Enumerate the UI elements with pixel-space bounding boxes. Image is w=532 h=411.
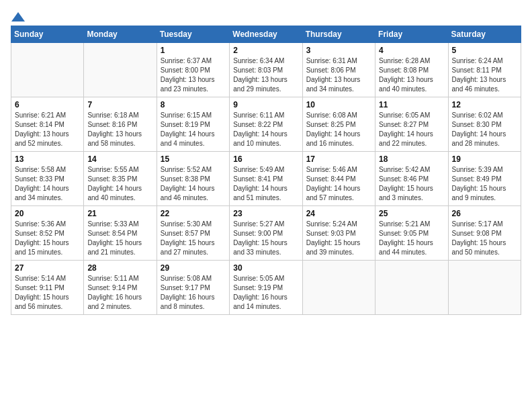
- calendar-cell: 5Sunrise: 6:24 AM Sunset: 8:11 PM Daylig…: [448, 43, 521, 97]
- weekday-header-wednesday: Wednesday: [230, 26, 302, 43]
- day-info: Sunrise: 6:11 AM Sunset: 8:22 PM Dayligh…: [233, 111, 298, 148]
- logo-icon: [11, 11, 25, 23]
- day-number: 23: [233, 209, 298, 218]
- day-number: 14: [87, 154, 152, 164]
- calendar-cell: [375, 261, 448, 315]
- day-info: Sunrise: 5:55 AM Sunset: 8:35 PM Dayligh…: [87, 165, 152, 203]
- day-info: Sunrise: 5:14 AM Sunset: 9:11 PM Dayligh…: [15, 274, 80, 312]
- week-row-4: 20Sunrise: 5:36 AM Sunset: 8:52 PM Dayli…: [11, 206, 521, 261]
- day-number: 24: [306, 209, 371, 218]
- day-info: Sunrise: 6:24 AM Sunset: 8:11 PM Dayligh…: [452, 56, 517, 94]
- day-number: 28: [87, 263, 152, 273]
- calendar-cell: 3Sunrise: 6:31 AM Sunset: 8:06 PM Daylig…: [302, 43, 375, 97]
- calendar-cell: 7Sunrise: 6:18 AM Sunset: 8:16 PM Daylig…: [84, 97, 157, 152]
- day-number: 12: [452, 100, 517, 109]
- calendar-cell: 11Sunrise: 6:05 AM Sunset: 8:27 PM Dayli…: [375, 97, 448, 152]
- day-info: Sunrise: 6:02 AM Sunset: 8:30 PM Dayligh…: [452, 111, 517, 148]
- day-number: 2: [233, 46, 298, 55]
- day-number: 7: [87, 100, 152, 109]
- day-number: 8: [161, 100, 226, 109]
- weekday-header-saturday: Saturday: [448, 26, 521, 43]
- day-info: Sunrise: 5:05 AM Sunset: 9:19 PM Dayligh…: [233, 274, 298, 312]
- calendar-cell: [302, 261, 375, 315]
- day-info: Sunrise: 5:36 AM Sunset: 8:52 PM Dayligh…: [15, 220, 80, 257]
- calendar-cell: 2Sunrise: 6:34 AM Sunset: 8:03 PM Daylig…: [230, 43, 302, 97]
- week-row-1: 1Sunrise: 6:37 AM Sunset: 8:00 PM Daylig…: [11, 43, 521, 97]
- calendar-cell: 24Sunrise: 5:24 AM Sunset: 9:03 PM Dayli…: [302, 206, 375, 261]
- day-number: 20: [15, 209, 80, 218]
- calendar-cell: 1Sunrise: 6:37 AM Sunset: 8:00 PM Daylig…: [157, 43, 229, 97]
- calendar-cell: 13Sunrise: 5:58 AM Sunset: 8:33 PM Dayli…: [11, 152, 84, 206]
- day-number: 1: [161, 46, 226, 55]
- day-info: Sunrise: 5:33 AM Sunset: 8:54 PM Dayligh…: [87, 220, 152, 257]
- weekday-header-sunday: Sunday: [11, 26, 84, 43]
- weekday-header-tuesday: Tuesday: [157, 26, 229, 43]
- logo: [11, 11, 25, 20]
- calendar-cell: 21Sunrise: 5:33 AM Sunset: 8:54 PM Dayli…: [84, 206, 157, 261]
- day-number: 17: [306, 154, 371, 164]
- day-info: Sunrise: 5:46 AM Sunset: 8:44 PM Dayligh…: [306, 165, 371, 203]
- calendar: SundayMondayTuesdayWednesdayThursdayFrid…: [11, 26, 521, 315]
- day-info: Sunrise: 5:21 AM Sunset: 9:05 PM Dayligh…: [379, 220, 444, 257]
- calendar-cell: 23Sunrise: 5:27 AM Sunset: 9:00 PM Dayli…: [230, 206, 302, 261]
- calendar-cell: 30Sunrise: 5:05 AM Sunset: 9:19 PM Dayli…: [230, 261, 302, 315]
- day-info: Sunrise: 5:11 AM Sunset: 9:14 PM Dayligh…: [87, 274, 152, 312]
- svg-marker-0: [11, 12, 25, 21]
- day-number: 21: [87, 209, 152, 218]
- day-number: 6: [15, 100, 80, 109]
- calendar-cell: 6Sunrise: 6:21 AM Sunset: 8:14 PM Daylig…: [11, 97, 84, 152]
- weekday-header-thursday: Thursday: [302, 26, 375, 43]
- calendar-cell: 28Sunrise: 5:11 AM Sunset: 9:14 PM Dayli…: [84, 261, 157, 315]
- day-number: 9: [233, 100, 298, 109]
- calendar-cell: 20Sunrise: 5:36 AM Sunset: 8:52 PM Dayli…: [11, 206, 84, 261]
- day-info: Sunrise: 5:52 AM Sunset: 8:38 PM Dayligh…: [161, 165, 226, 203]
- calendar-cell: 8Sunrise: 6:15 AM Sunset: 8:19 PM Daylig…: [157, 97, 229, 152]
- week-row-3: 13Sunrise: 5:58 AM Sunset: 8:33 PM Dayli…: [11, 152, 521, 206]
- day-number: 29: [161, 263, 226, 273]
- calendar-cell: 12Sunrise: 6:02 AM Sunset: 8:30 PM Dayli…: [448, 97, 521, 152]
- day-info: Sunrise: 6:05 AM Sunset: 8:27 PM Dayligh…: [379, 111, 444, 148]
- day-info: Sunrise: 5:08 AM Sunset: 9:17 PM Dayligh…: [161, 274, 226, 312]
- day-info: Sunrise: 6:34 AM Sunset: 8:03 PM Dayligh…: [233, 56, 298, 94]
- day-number: 16: [233, 154, 298, 164]
- day-number: 27: [15, 263, 80, 273]
- week-row-2: 6Sunrise: 6:21 AM Sunset: 8:14 PM Daylig…: [11, 97, 521, 152]
- calendar-cell: 4Sunrise: 6:28 AM Sunset: 8:08 PM Daylig…: [375, 43, 448, 97]
- day-number: 22: [161, 209, 226, 218]
- day-number: 13: [15, 154, 80, 164]
- calendar-cell: 19Sunrise: 5:39 AM Sunset: 8:49 PM Dayli…: [448, 152, 521, 206]
- day-number: 25: [379, 209, 444, 218]
- day-info: Sunrise: 5:30 AM Sunset: 8:57 PM Dayligh…: [161, 220, 226, 257]
- calendar-cell: 10Sunrise: 6:08 AM Sunset: 8:25 PM Dayli…: [302, 97, 375, 152]
- day-number: 19: [452, 154, 517, 164]
- calendar-cell: [448, 261, 521, 315]
- calendar-cell: 25Sunrise: 5:21 AM Sunset: 9:05 PM Dayli…: [375, 206, 448, 261]
- day-number: 5: [452, 46, 517, 55]
- day-info: Sunrise: 6:37 AM Sunset: 8:00 PM Dayligh…: [161, 56, 226, 94]
- day-number: 3: [306, 46, 371, 55]
- calendar-cell: 27Sunrise: 5:14 AM Sunset: 9:11 PM Dayli…: [11, 261, 84, 315]
- calendar-cell: [11, 43, 84, 97]
- day-info: Sunrise: 6:15 AM Sunset: 8:19 PM Dayligh…: [161, 111, 226, 148]
- day-info: Sunrise: 5:24 AM Sunset: 9:03 PM Dayligh…: [306, 220, 371, 257]
- day-number: 4: [379, 46, 444, 55]
- day-info: Sunrise: 6:28 AM Sunset: 8:08 PM Dayligh…: [379, 56, 444, 94]
- calendar-cell: 26Sunrise: 5:17 AM Sunset: 9:08 PM Dayli…: [448, 206, 521, 261]
- day-info: Sunrise: 5:27 AM Sunset: 9:00 PM Dayligh…: [233, 220, 298, 257]
- calendar-cell: [84, 43, 157, 97]
- day-info: Sunrise: 5:49 AM Sunset: 8:41 PM Dayligh…: [233, 165, 298, 203]
- calendar-cell: 16Sunrise: 5:49 AM Sunset: 8:41 PM Dayli…: [230, 152, 302, 206]
- day-info: Sunrise: 6:08 AM Sunset: 8:25 PM Dayligh…: [306, 111, 371, 148]
- page-header: [11, 11, 521, 20]
- calendar-cell: 17Sunrise: 5:46 AM Sunset: 8:44 PM Dayli…: [302, 152, 375, 206]
- calendar-cell: 14Sunrise: 5:55 AM Sunset: 8:35 PM Dayli…: [84, 152, 157, 206]
- day-info: Sunrise: 6:21 AM Sunset: 8:14 PM Dayligh…: [15, 111, 80, 148]
- calendar-cell: 22Sunrise: 5:30 AM Sunset: 8:57 PM Dayli…: [157, 206, 229, 261]
- day-number: 15: [161, 154, 226, 164]
- day-info: Sunrise: 5:39 AM Sunset: 8:49 PM Dayligh…: [452, 165, 517, 203]
- day-info: Sunrise: 6:18 AM Sunset: 8:16 PM Dayligh…: [87, 111, 152, 148]
- weekday-header-friday: Friday: [375, 26, 448, 43]
- day-number: 10: [306, 100, 371, 109]
- weekday-header-monday: Monday: [84, 26, 157, 43]
- day-number: 26: [452, 209, 517, 218]
